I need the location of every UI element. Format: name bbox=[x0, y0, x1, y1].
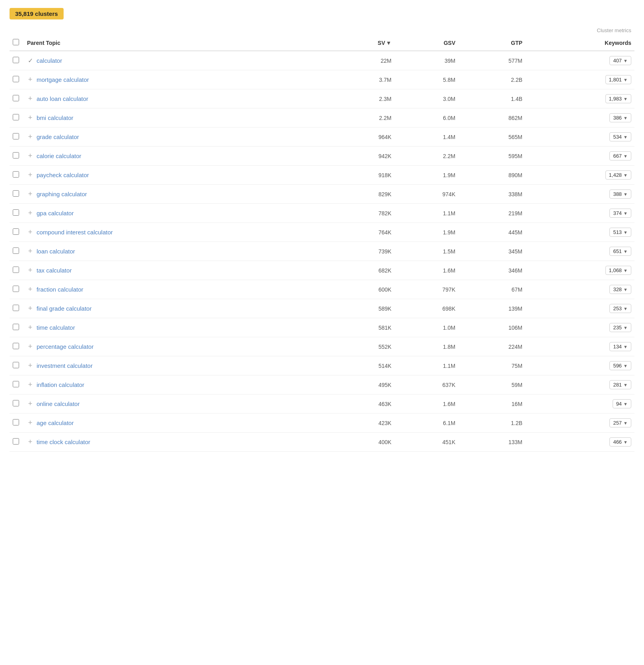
row-checkbox[interactable] bbox=[13, 247, 19, 254]
plus-icon[interactable]: + bbox=[27, 247, 33, 255]
keywords-button[interactable]: 513▼ bbox=[609, 228, 631, 237]
plus-icon[interactable]: + bbox=[27, 228, 33, 236]
plus-icon[interactable]: + bbox=[27, 400, 33, 408]
plus-icon[interactable]: + bbox=[27, 114, 33, 122]
row-checkbox-cell bbox=[10, 89, 24, 108]
table-row: +investment calculator514K1.1M75M596▼ bbox=[10, 356, 634, 375]
row-checkbox[interactable] bbox=[13, 76, 19, 82]
plus-icon[interactable]: + bbox=[27, 304, 33, 313]
topic-link[interactable]: mortgage calculator bbox=[37, 76, 89, 83]
plus-icon[interactable]: + bbox=[27, 190, 33, 198]
keywords-cell: 407▼ bbox=[526, 51, 634, 70]
keywords-count: 1,068 bbox=[609, 267, 622, 273]
topic-link[interactable]: calculator bbox=[37, 57, 62, 64]
topic-link[interactable]: fraction calculator bbox=[37, 286, 83, 293]
keywords-button[interactable]: 407▼ bbox=[609, 56, 631, 65]
topic-link[interactable]: loan calculator bbox=[37, 248, 75, 255]
keywords-button[interactable]: 134▼ bbox=[609, 342, 631, 351]
row-checkbox[interactable] bbox=[13, 324, 19, 330]
keywords-button[interactable]: 94▼ bbox=[613, 399, 631, 408]
row-checkbox[interactable] bbox=[13, 286, 19, 292]
topic-link[interactable]: auto loan calculator bbox=[37, 95, 88, 102]
plus-icon[interactable]: + bbox=[27, 419, 33, 427]
plus-icon[interactable]: + bbox=[27, 171, 33, 179]
keywords-button[interactable]: 253▼ bbox=[609, 304, 631, 313]
plus-icon[interactable]: + bbox=[27, 361, 33, 370]
row-checkbox[interactable] bbox=[13, 362, 19, 368]
keywords-button[interactable]: 667▼ bbox=[609, 151, 631, 160]
row-checkbox[interactable] bbox=[13, 381, 19, 387]
topic-link[interactable]: online calculator bbox=[37, 400, 80, 407]
topic-link[interactable]: final grade calculator bbox=[37, 305, 91, 312]
topic-link[interactable]: calorie calculator bbox=[37, 153, 81, 159]
plus-icon[interactable]: + bbox=[27, 323, 33, 332]
row-checkbox[interactable] bbox=[13, 133, 19, 139]
plus-icon[interactable]: + bbox=[27, 75, 33, 84]
plus-icon[interactable]: + bbox=[27, 342, 33, 351]
plus-icon[interactable]: + bbox=[27, 152, 33, 160]
row-checkbox[interactable] bbox=[13, 305, 19, 311]
plus-icon[interactable]: + bbox=[27, 133, 33, 141]
row-checkbox[interactable] bbox=[13, 228, 19, 235]
keywords-button[interactable]: 1,801▼ bbox=[605, 75, 631, 84]
plus-icon[interactable]: + bbox=[27, 266, 33, 275]
plus-icon[interactable]: + bbox=[27, 381, 33, 389]
sv-value: 782K bbox=[328, 204, 395, 223]
cluster-metrics-label: Cluster metrics bbox=[10, 27, 634, 33]
keywords-button[interactable]: 388▼ bbox=[609, 189, 631, 199]
row-checkbox[interactable] bbox=[13, 152, 19, 159]
topic-link[interactable]: investment calculator bbox=[37, 362, 93, 369]
topic-link[interactable]: tax calculator bbox=[37, 267, 72, 274]
gtp-value: 67M bbox=[458, 280, 526, 299]
row-checkbox[interactable] bbox=[13, 57, 19, 63]
topic-link[interactable]: inflation calculator bbox=[37, 381, 84, 388]
row-checkbox-cell bbox=[10, 70, 24, 89]
sv-value: 964K bbox=[328, 128, 395, 147]
topic-link[interactable]: paycheck calculator bbox=[37, 172, 89, 178]
topic-link[interactable]: age calculator bbox=[37, 419, 74, 426]
plus-icon[interactable]: + bbox=[27, 438, 33, 446]
row-checkbox[interactable] bbox=[13, 343, 19, 349]
topic-link[interactable]: graphing calculator bbox=[37, 191, 87, 197]
keywords-count: 253 bbox=[613, 305, 622, 311]
row-checkbox[interactable] bbox=[13, 267, 19, 273]
topic-link[interactable]: time calculator bbox=[37, 324, 75, 331]
keywords-button[interactable]: 596▼ bbox=[609, 361, 631, 370]
row-checkbox[interactable] bbox=[13, 171, 19, 178]
row-checkbox[interactable] bbox=[13, 95, 19, 101]
keywords-button[interactable]: 235▼ bbox=[609, 323, 631, 332]
row-checkbox-cell bbox=[10, 185, 24, 204]
row-checkbox[interactable] bbox=[13, 190, 19, 197]
plus-icon[interactable]: + bbox=[27, 285, 33, 294]
topic-cell: +grade calculator bbox=[24, 128, 328, 147]
topic-link[interactable]: percentage calculator bbox=[37, 343, 93, 350]
keywords-button[interactable]: 281▼ bbox=[609, 380, 631, 389]
row-checkbox[interactable] bbox=[13, 114, 19, 120]
keywords-button[interactable]: 386▼ bbox=[609, 113, 631, 122]
keywords-button[interactable]: 1,068▼ bbox=[605, 266, 631, 275]
topic-link[interactable]: bmi calculator bbox=[37, 114, 74, 121]
select-all-checkbox[interactable] bbox=[13, 39, 19, 45]
keywords-button[interactable]: 1,428▼ bbox=[605, 170, 631, 180]
row-checkbox[interactable] bbox=[13, 400, 19, 406]
keywords-button[interactable]: 328▼ bbox=[609, 285, 631, 294]
row-checkbox[interactable] bbox=[13, 209, 19, 216]
keywords-button[interactable]: 466▼ bbox=[609, 437, 631, 447]
keywords-button[interactable]: 534▼ bbox=[609, 132, 631, 141]
keywords-button[interactable]: 374▼ bbox=[609, 209, 631, 218]
topic-link[interactable]: compound interest calculator bbox=[37, 229, 113, 236]
select-all-header[interactable] bbox=[10, 35, 24, 51]
gtp-value: 345M bbox=[458, 242, 526, 261]
gsv-value: 5.8M bbox=[395, 70, 459, 89]
keywords-button[interactable]: 1,983▼ bbox=[605, 94, 631, 103]
row-checkbox[interactable] bbox=[13, 438, 19, 445]
row-checkbox[interactable] bbox=[13, 419, 19, 425]
plus-icon[interactable]: + bbox=[27, 95, 33, 103]
plus-icon[interactable]: + bbox=[27, 209, 33, 217]
keywords-button[interactable]: 651▼ bbox=[609, 247, 631, 256]
col-sv[interactable]: SV ▼ bbox=[328, 35, 395, 51]
topic-link[interactable]: grade calculator bbox=[37, 133, 79, 140]
topic-link[interactable]: time clock calculator bbox=[37, 439, 90, 445]
topic-link[interactable]: gpa calculator bbox=[37, 210, 74, 217]
keywords-button[interactable]: 257▼ bbox=[609, 418, 631, 427]
